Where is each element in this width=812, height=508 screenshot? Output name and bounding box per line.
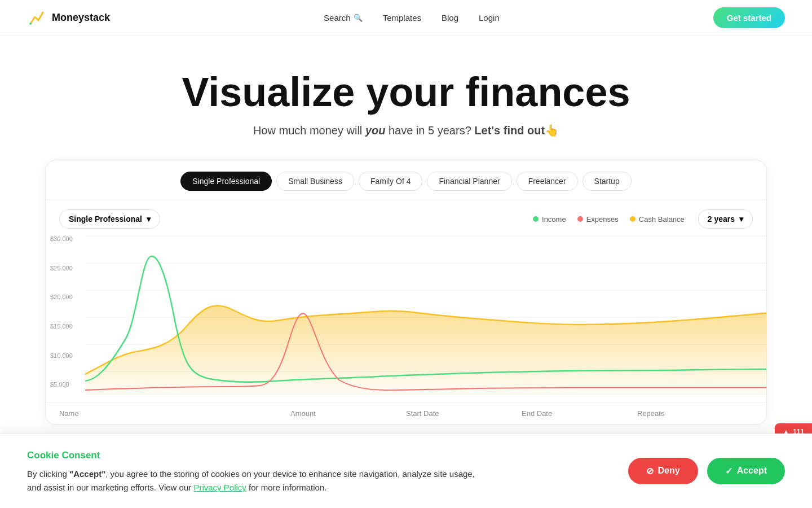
scenario-label: Single Professional (69, 214, 142, 224)
accept-button[interactable]: ✓ Accept (707, 458, 785, 484)
expenses-label: Expenses (586, 215, 619, 224)
legend: Income Expenses Cash Balance (533, 215, 685, 224)
chevron-down-years-icon: ▾ (739, 214, 743, 224)
svg-point-1 (29, 23, 32, 25)
hero-section: Visualize your finances How much money w… (0, 36, 812, 160)
col-repeats: Repeats (637, 409, 753, 418)
tab-small-business[interactable]: Small Business (276, 172, 354, 191)
y-label-10k: $10.000 (50, 352, 73, 359)
nav-search[interactable]: Search 🔍 (324, 13, 363, 23)
y-label-15k: $15.000 (50, 323, 73, 330)
tabs-row: Single Professional Small Business Famil… (46, 160, 766, 200)
logo[interactable]: Moneystack (27, 8, 110, 28)
chart-header: Single Professional ▾ Income Expenses C (46, 200, 766, 233)
cookie-title: Cookie Consent (27, 448, 489, 463)
col-end-date: End Date (522, 409, 637, 418)
cookie-body-bold: "Accept" (69, 469, 105, 479)
chart-area: $30.000 $25.000 $20.000 $15.000 $10.000 … (46, 233, 766, 402)
legend-expenses: Expenses (577, 215, 619, 224)
main-card: Single Professional Small Business Famil… (45, 160, 767, 425)
privacy-policy-link[interactable]: Privacy Policy (193, 483, 246, 492)
col-name: Name (59, 409, 290, 418)
cookie-buttons: ⊘ Deny ✓ Accept (628, 458, 785, 484)
y-label-30k: $30.000 (50, 235, 73, 242)
y-label-20k: $20.000 (50, 294, 73, 300)
tab-startup[interactable]: Startup (582, 172, 632, 191)
years-dropdown[interactable]: 2 years ▾ (698, 209, 753, 229)
cookie-banner: Cookie Consent By clicking "Accept", you… (0, 433, 812, 508)
check-icon: ✓ (725, 466, 732, 476)
col-start-date: Start Date (406, 409, 522, 418)
cookie-body-prefix: By clicking (27, 469, 69, 479)
years-label: 2 years (708, 214, 735, 224)
chart-container: Single Professional ▾ Income Expenses C (46, 200, 766, 424)
search-icon: 🔍 (354, 14, 363, 22)
logo-text: Moneystack (52, 12, 110, 24)
legend-cash-balance: Cash Balance (630, 215, 685, 224)
cash-balance-dot (630, 216, 636, 222)
get-started-button[interactable]: Get started (713, 7, 785, 28)
logo-icon (27, 8, 47, 28)
tab-freelancer[interactable]: Freelancer (517, 172, 578, 191)
tab-financial-planner[interactable]: Financial Planner (427, 172, 511, 191)
income-dot (533, 216, 539, 222)
deny-icon: ⊘ (646, 466, 654, 476)
cookie-body-suffix: for more information. (246, 483, 327, 492)
scenario-dropdown[interactable]: Single Professional ▾ (59, 209, 160, 229)
deny-button[interactable]: ⊘ Deny (628, 458, 698, 484)
income-label: Income (542, 215, 566, 224)
navbar: Moneystack Search 🔍 Templates Blog Login… (0, 0, 812, 36)
y-label-5k: $5.000 (50, 381, 73, 388)
nav-login[interactable]: Login (479, 13, 500, 23)
y-axis-labels: $30.000 $25.000 $20.000 $15.000 $10.000 … (50, 235, 73, 388)
table-header: Name Amount Start Date End Date Repeats (46, 402, 766, 424)
cookie-text: Cookie Consent By clicking "Accept", you… (27, 448, 489, 494)
col-amount: Amount (290, 409, 406, 418)
y-label-25k: $25.000 (50, 265, 73, 271)
chevron-down-icon: ▾ (147, 214, 151, 224)
nav-blog[interactable]: Blog (442, 13, 458, 23)
tab-family-of-4[interactable]: Family Of 4 (359, 172, 423, 191)
hero-title: Visualize your finances (0, 70, 812, 115)
nav-links: Search 🔍 Templates Blog Login (324, 13, 500, 23)
finance-chart (85, 233, 767, 400)
nav-templates[interactable]: Templates (383, 13, 421, 23)
tab-single-professional[interactable]: Single Professional (180, 172, 272, 191)
hero-subtitle: How much money will you have in 5 years?… (0, 124, 812, 137)
cash-balance-label: Cash Balance (639, 215, 685, 224)
expenses-dot (577, 216, 583, 222)
legend-income: Income (533, 215, 566, 224)
